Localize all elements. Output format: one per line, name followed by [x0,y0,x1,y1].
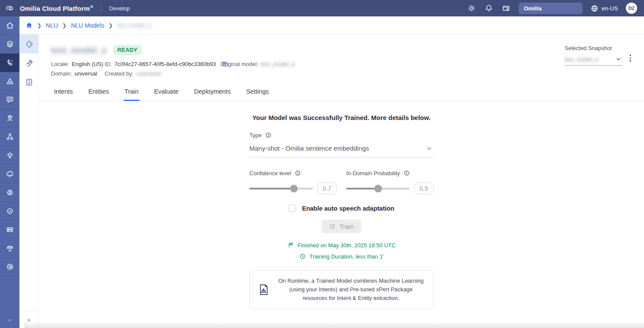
sidebar-item-certified[interactable] [0,202,19,221]
sidebar-item-user-settings[interactable] [0,183,19,202]
sidebar-item-support[interactable] [0,258,19,276]
finish-flag-icon [287,242,294,249]
info-icon[interactable] [294,170,301,177]
model-tabs: Intents Entities Train Evaluate Deployme… [39,88,644,101]
sidebar-item-legal[interactable] [0,239,19,258]
snapshot-value-redacted: test_model_a [565,56,599,63]
snapshot-label: Selected Snapshot [565,45,622,51]
tab-entities[interactable]: Entities [89,88,109,101]
secondary-sidebar-spacer [19,91,38,311]
sidebar-item-integrations[interactable] [0,221,19,239]
validation-doc-icon [25,78,34,87]
feedback-icon[interactable] [501,3,511,13]
insights-bulb-icon [6,151,14,160]
status-badge: READY [113,45,142,55]
confidence-value-input[interactable]: 0.7 [317,183,337,194]
network-icon [6,132,14,141]
cloud-icon [6,170,14,178]
model-header: test_model_a READY Locale: English (US) … [39,35,644,77]
train-button[interactable]: Train [322,220,361,233]
announcements-icon [6,95,14,104]
globe-icon [590,4,599,13]
brand-title: Omilia Cloud Platform® [20,5,93,12]
locale-value: English (US) [72,61,103,67]
type-label: Type [249,132,261,139]
topbar-divider [101,4,102,13]
tenant-name: Omilia [524,5,542,12]
tab-evaluate[interactable]: Evaluate [154,88,179,101]
sidebar-item-deployments[interactable] [19,54,38,73]
sidebar-item-nlu[interactable] [19,35,38,54]
sidebar-item-home[interactable] [0,16,19,35]
sidebar-item-validations[interactable] [19,73,38,91]
certified-badge-icon [6,207,14,215]
type-value: Many-shot - Omilia sentence embeddings [249,145,369,152]
indomain-value-input[interactable]: 0.5 [414,183,434,194]
secondary-sidebar: » [19,35,39,328]
tab-deployments[interactable]: Deployments [194,88,231,101]
chevron-down-icon [426,145,433,152]
legal-scales-icon [6,244,14,252]
topbar: Omilia Cloud Platform® Develop [0,0,644,16]
original-model-label: Original model: [220,61,258,67]
success-message: Your Model was Successfully Trained. Mor… [249,114,434,121]
sidebar-item-cloud[interactable] [0,165,19,183]
secondary-sidebar-collapse-icon[interactable]: » [19,311,38,328]
breadcrumb-link-nlu[interactable]: NLU [46,22,58,29]
tab-settings[interactable]: Settings [246,88,269,101]
indomain-slider[interactable] [346,188,410,189]
info-icon[interactable] [403,170,410,177]
breadcrumb-separator: ❯ [62,22,67,28]
model-title-redacted: test_model_a [51,45,106,55]
clock-icon [299,253,306,260]
indomain-slider-thumb[interactable] [374,185,382,192]
theme-icon[interactable] [467,3,476,13]
primary-sidebar: » [0,16,19,328]
id-value: 7c0f4c27-8657-40f5-8efd-c90bc3360b93 [115,61,216,67]
language-selector[interactable]: en-US [590,4,618,13]
sidebar-item-layers[interactable] [0,35,19,54]
indomain-label: In-Domain Probability [346,170,400,177]
breadcrumb: ❯ NLU ❯ NLU Models ❯ test_model_a [19,16,644,35]
voice-handset-icon [6,58,14,67]
notifications-bell-icon[interactable] [484,3,494,13]
breadcrumb-separator: ❯ [37,22,41,28]
duration-status: Training Duration, less than 1' [249,253,434,260]
tenant-selector[interactable]: Omilia [519,3,583,14]
locale-label: en-US [602,5,618,12]
avatar[interactable]: DZ [626,3,637,14]
id-label: ID: [105,61,112,67]
chevron-down-icon [615,56,622,63]
train-panel: Your Model was Successfully Trained. Mor… [249,114,434,309]
tab-intents[interactable]: Intents [54,88,73,101]
created-by-redacted: username [136,70,161,77]
breadcrumb-home-icon[interactable] [26,22,33,29]
snapshot-select[interactable]: Selected Snapshot test_model_a [565,45,622,77]
sidebar-item-voice[interactable] [0,54,19,72]
agent-headset-icon [6,114,14,123]
deploy-rocket-icon [25,59,34,68]
breadcrumb-link-nlu-models[interactable]: NLU Models [71,22,104,29]
integrations-icon [6,225,14,234]
sidebar-item-announcements[interactable] [0,91,19,109]
runtime-info-text: On Runtime, a Trained Model combines Mac… [277,277,425,303]
sidebar-item-abtest[interactable] [0,72,19,91]
primary-sidebar-collapse-icon[interactable]: » [0,311,19,328]
auto-speech-checkbox[interactable] [289,205,296,212]
confidence-slider[interactable] [249,188,313,189]
original-model-redacted: test_model_a [261,61,294,67]
confidence-label: Confidence level [249,170,291,177]
locale-label: Locale: [51,61,69,67]
doc-warning-icon [258,283,270,296]
sidebar-item-agent[interactable] [0,109,19,128]
type-select[interactable]: Many-shot - Omilia sentence embeddings [249,140,434,158]
ab-test-icon [6,77,14,85]
sidebar-item-insights[interactable] [0,146,19,165]
info-icon[interactable] [265,132,272,139]
more-options-kebab-icon[interactable] [630,45,631,77]
omilia-logo-icon [5,3,15,13]
confidence-slider-thumb[interactable] [290,185,298,192]
sidebar-item-network[interactable] [0,128,19,146]
section-label: Develop [109,5,130,12]
tab-train[interactable]: Train [124,88,139,101]
